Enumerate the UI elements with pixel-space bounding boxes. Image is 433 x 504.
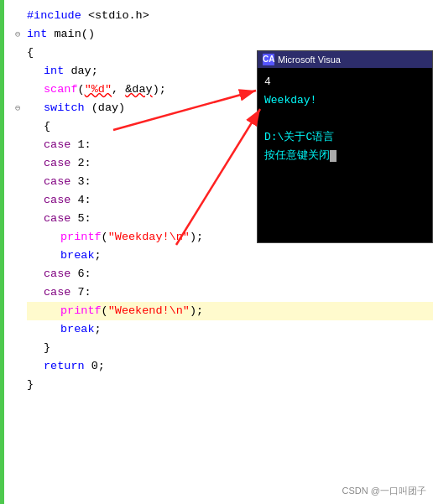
green-bar: [0, 0, 4, 504]
collapse-icon-main[interactable]: ⊖: [15, 25, 21, 44]
code-line-14: break;: [27, 247, 433, 265]
console-title: Microsoft Visua: [278, 55, 341, 65]
console-line-5: 按任意键关闭: [264, 147, 425, 165]
code-line-20: return 0;: [27, 357, 433, 376]
code-line-1: #include <stdio.h>: [27, 7, 433, 25]
collapse-icon-switch[interactable]: ⊖: [15, 99, 21, 117]
watermark: CSDN @一口叫团子: [342, 485, 426, 497]
cursor: [330, 150, 336, 162]
code-line-17: printf("Weekend!\n");: [27, 302, 433, 320]
code-line-19: }: [27, 339, 433, 357]
console-body: 4 Weekday! D:\关于C语言 按任意键关闭: [258, 68, 432, 170]
code-line-2: ⊖ int main(): [27, 25, 433, 44]
code-line-21: }: [27, 376, 433, 394]
console-line-4: D:\关于C语言: [264, 128, 425, 147]
console-app-icon: CA: [263, 54, 274, 65]
code-line-15: case 6:: [27, 265, 433, 283]
code-line-18: break;: [27, 320, 433, 339]
code-line-16: case 7:: [27, 283, 433, 302]
console-titlebar: CA Microsoft Visua: [258, 51, 432, 68]
console-line-1: 4: [264, 73, 425, 91]
include-directive: #include: [27, 7, 81, 25]
console-line-2: Weekday!: [264, 91, 425, 110]
console-window: CA Microsoft Visua 4 Weekday! D:\关于C语言 按…: [257, 50, 433, 243]
console-line-3: [264, 110, 425, 128]
